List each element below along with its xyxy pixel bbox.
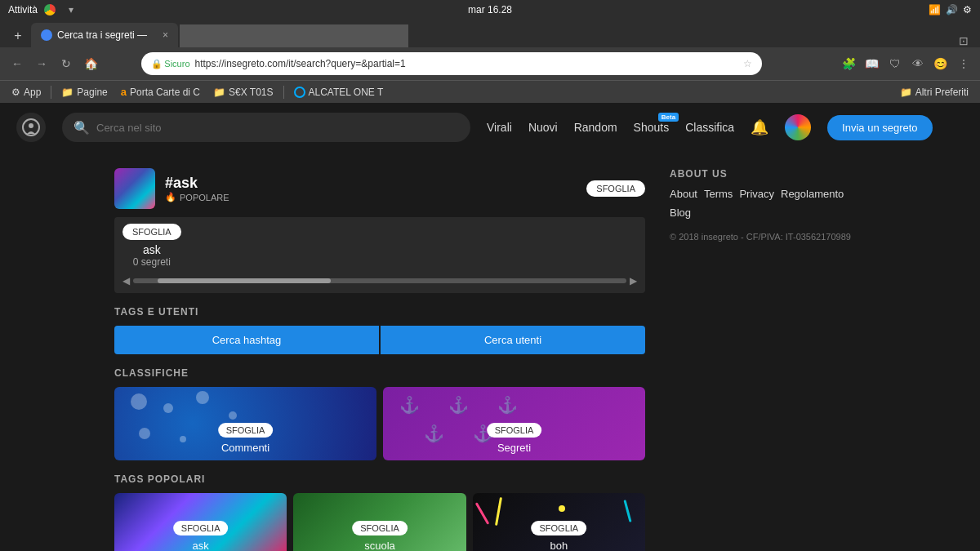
user-avatar[interactable] — [785, 114, 811, 140]
eye-icon[interactable]: 👁 — [908, 54, 928, 73]
decor-dot-1 — [559, 505, 565, 512]
scroll-right-arrow[interactable]: ▶ — [630, 275, 637, 287]
about-link-blog[interactable]: Blog — [670, 207, 691, 219]
site-search-bar[interactable]: 🔍 — [62, 113, 470, 142]
notification-bell-icon[interactable]: 🔔 — [751, 118, 768, 136]
nav-classifica[interactable]: Classifica — [685, 121, 734, 134]
send-secret-button[interactable]: Invia un segreto — [827, 115, 933, 140]
scrollbar-controls: ◀ ▶ — [122, 275, 637, 287]
activities-label[interactable]: Attività — [8, 4, 38, 16]
tag-scuola-card[interactable]: SFOGLIA scuola — [293, 493, 466, 551]
taskbar-left: Attività ▾ — [8, 4, 74, 16]
ask-avatar — [114, 168, 155, 209]
search-input[interactable] — [96, 122, 459, 134]
shield-icon[interactable]: 🛡 — [885, 54, 905, 73]
scroll-inner-card: SFOGLIA ask 0 segreti — [122, 224, 181, 268]
sfoglia-boh-button[interactable]: SFOGLIA — [531, 521, 586, 535]
cerca-utenti-button[interactable]: Cerca utenti — [381, 326, 645, 354]
about-link-regolamento[interactable]: Regolamento — [781, 188, 844, 200]
menu-icon[interactable]: ⋮ — [954, 54, 973, 73]
site-header: 🔍 Virali Nuovi Random Shouts Beta Classi… — [0, 103, 980, 152]
lock-icon: 🔒 — [151, 59, 163, 69]
bookmark-portacarte-label: Porta Carte di C — [130, 87, 200, 98]
logo-icon — [22, 118, 40, 136]
url-text: https://insegreto.com/it/search?query=&p… — [195, 58, 739, 69]
scrollbar-thumb[interactable] — [158, 278, 330, 283]
nav-nuovi[interactable]: Nuovi — [528, 121, 558, 134]
sfoglia-ask-tag-button[interactable]: SFOGLIA — [173, 521, 229, 535]
ask-avatar-inner — [114, 168, 155, 209]
wifi-icon: 📶 — [929, 4, 941, 16]
bookmark-icon[interactable]: 📖 — [862, 54, 882, 73]
classifica-segreti-card[interactable]: ⚓ ⚓ ⚓ ⚓ ⚓ SFOGLIA Segreti — [383, 387, 645, 460]
bookmark-altri[interactable]: 📁 Altri Preferiti — [895, 85, 973, 100]
bookmark-alcatel[interactable]: ALCATEL ONE T — [289, 85, 389, 100]
back-button[interactable]: ← — [7, 53, 28, 74]
tab-bar: + Cerca tra i segreti — × ⊡ — [0, 20, 980, 47]
reload-button[interactable]: ↻ — [56, 53, 77, 74]
copyright-text: © 2018 insegreto - CF/PIVA: IT-035621709… — [670, 232, 866, 242]
bookmark-app[interactable]: ⚙ App — [7, 85, 46, 100]
bookmarks-bar: ⚙ App 📁 Pagine a Porta Carte di C 📁 S€X … — [0, 80, 980, 103]
amazon-icon: a — [121, 86, 127, 98]
bookmark-sep-2 — [283, 86, 284, 99]
apps-icon: ⚙ — [11, 87, 20, 98]
horizontal-scrollbar[interactable]: ◀ ▶ — [122, 275, 637, 287]
classifiche-title: CLASSIFICHE — [114, 367, 645, 379]
new-tab-button[interactable]: + — [7, 24, 29, 47]
active-tab[interactable]: Cerca tra i segreti — × — [31, 23, 178, 47]
scroll-left-arrow[interactable]: ◀ — [122, 275, 130, 287]
sfoglia-commenti-button[interactable]: SFOGLIA — [218, 423, 274, 438]
bookmark-sex[interactable]: 📁 S€X T01S — [208, 85, 278, 100]
inactive-tab[interactable] — [180, 24, 408, 47]
tab-close-button[interactable]: × — [163, 29, 168, 41]
nav-shouts[interactable]: Shouts Beta — [634, 121, 670, 134]
nav-virali[interactable]: Virali — [487, 121, 512, 134]
anchor-icon-2: ⚓ — [448, 395, 469, 415]
bookmark-pagine[interactable]: 📁 Pagine — [56, 85, 112, 100]
star-icon[interactable]: ☆ — [743, 58, 752, 69]
about-link-about[interactable]: About — [670, 188, 697, 200]
emoji-icon[interactable]: 😊 — [931, 54, 951, 73]
chrome-logo-icon — [44, 4, 56, 16]
about-link-privacy[interactable]: Privacy — [739, 188, 774, 200]
about-link-terms[interactable]: Terms — [704, 188, 733, 200]
sfoglia-scuola-button[interactable]: SFOGLIA — [352, 521, 408, 535]
home-button[interactable]: 🏠 — [80, 53, 101, 74]
site-logo[interactable] — [16, 113, 46, 142]
sfoglia-segreti-button[interactable]: SFOGLIA — [487, 423, 542, 438]
sfoglia-button-top[interactable]: SFOGLIA — [586, 180, 645, 197]
address-bar-icons: 🧩 📖 🛡 👁 😊 ⋮ — [840, 54, 973, 73]
ask-tag-card: #ask 🔥 POPOLARE SFOGLIA — [114, 168, 645, 209]
tag-boh-card[interactable]: SFOGLIA boh — [473, 493, 645, 551]
content-left: #ask 🔥 POPOLARE SFOGLIA SFOGLIA ask 0 se… — [114, 168, 645, 535]
commenti-label: Commenti — [114, 442, 376, 454]
dropdown-icon[interactable]: ▾ — [69, 4, 74, 16]
bookmark-alcatel-label: ALCATEL ONE T — [309, 87, 384, 98]
maximize-icon[interactable]: ⊡ — [954, 34, 973, 47]
site-nav: Virali Nuovi Random Shouts Beta Classifi… — [487, 114, 933, 140]
about-us-title: ABOUT US — [670, 168, 866, 180]
decor-line-3 — [623, 500, 631, 522]
tag-ask-card[interactable]: SFOGLIA ask — [114, 493, 287, 551]
anchor-icon-4: ⚓ — [424, 424, 444, 443]
forward-button[interactable]: → — [31, 53, 52, 74]
boh-tag-label: boh — [473, 540, 645, 551]
bookmark-portacarte[interactable]: a Porta Carte di C — [116, 84, 205, 100]
classifiche-grid: SFOGLIA Commenti ⚓ ⚓ ⚓ ⚓ ⚓ SFOGLIA Segre… — [114, 387, 645, 460]
popolare-label: POPOLARE — [180, 193, 229, 202]
tags-popolari-grid: SFOGLIA ask SFOGLIA scuola SFOGLIA boh — [114, 493, 645, 551]
ask-popolare-badge: 🔥 POPOLARE — [165, 192, 577, 202]
segreti-label: Segreti — [383, 442, 645, 454]
ask-card-segreti: 0 segreti — [122, 256, 181, 268]
decor-line-2 — [495, 497, 502, 526]
cerca-hashtag-button[interactable]: Cerca hashtag — [114, 326, 379, 354]
nav-random[interactable]: Random — [574, 121, 617, 134]
extensions-icon[interactable]: 🧩 — [840, 54, 859, 73]
url-bar[interactable]: 🔒 Sicuro https://insegreto.com/it/search… — [141, 52, 762, 75]
svg-point-1 — [29, 123, 33, 128]
chrome-icon-wrap — [44, 4, 56, 16]
ask-card-name: ask — [122, 243, 181, 256]
sfoglia-button-card[interactable]: SFOGLIA — [122, 224, 181, 240]
classifica-commenti-card[interactable]: SFOGLIA Commenti — [114, 387, 376, 460]
